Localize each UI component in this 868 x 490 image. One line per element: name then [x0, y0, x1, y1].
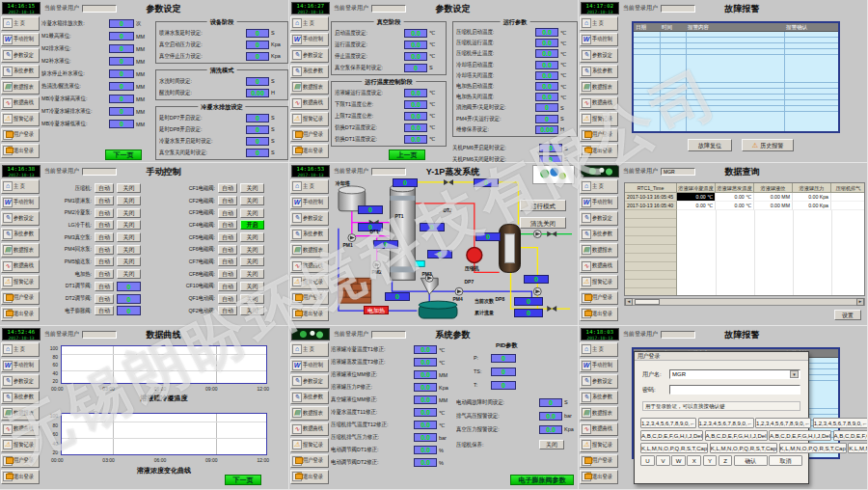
state-button[interactable]: 关闭	[117, 257, 141, 266]
sidebar-item[interactable]: 退出登录	[580, 470, 618, 484]
cancel-button[interactable]: 取消	[769, 455, 802, 466]
state-button[interactable]: 关闭	[117, 208, 141, 218]
auto-button[interactable]: 自动	[95, 208, 114, 218]
keyboard-key[interactable]: X	[687, 455, 701, 466]
value-input[interactable]: 0	[491, 368, 516, 376]
auto-button[interactable]: 自动	[95, 183, 114, 193]
value-input[interactable]: 0.00	[246, 89, 269, 97]
state-button[interactable]: 关闭	[240, 245, 264, 255]
sidebar-item[interactable]: ✎ 参数设定	[580, 374, 618, 389]
state-button[interactable]: 关闭	[240, 306, 264, 315]
value-input[interactable]: 0	[109, 57, 134, 66]
sidebar-item[interactable]: ▤ 数据报表	[1, 80, 40, 95]
keyboard-key[interactable]: A,B,C,D,E,F,G,H,I,J,Del	[769, 430, 831, 441]
sidebar-item[interactable]: 退出登录	[580, 307, 618, 321]
keyboard-key[interactable]: W	[671, 455, 686, 466]
auto-button[interactable]: 自动	[218, 294, 237, 304]
value-input[interactable]: 0	[109, 69, 134, 78]
table-row[interactable]: 2017-10-13 16:05:40 0.00 ℃ 0.00 ℃ 0.00 M…	[625, 202, 864, 210]
sidebar-item[interactable]: ✎ 系统参数	[580, 65, 618, 79]
scroll-right-arrow[interactable]: ►	[856, 298, 864, 306]
state-button[interactable]: 关闭	[117, 183, 141, 193]
value-input[interactable]: 0	[539, 144, 562, 152]
auto-button[interactable]: 自动	[218, 257, 237, 266]
auto-button[interactable]: 自动	[95, 232, 114, 242]
value-input[interactable]: 0	[109, 107, 134, 116]
keyboard-key[interactable]: A,B,C,D,E,F,G,H,I,J,Del	[640, 430, 703, 441]
state-button[interactable]: 关闭	[117, 245, 141, 255]
state-button[interactable]: 关闭	[117, 232, 141, 242]
state-button[interactable]: 关闭	[240, 196, 264, 205]
value-input[interactable]: 0.0	[414, 433, 437, 442]
sidebar-item[interactable]: W 手动控制	[1, 33, 40, 47]
keyboard-key[interactable]: 1,2,3,4,5,6,7,8,9,0,←	[698, 418, 754, 428]
value-input[interactable]: 0.0	[535, 39, 558, 47]
next-page-button[interactable]: 下一页	[225, 475, 261, 485]
sidebar-item[interactable]: ⚠ 报警记录	[1, 438, 40, 452]
value-input[interactable]: 0.0	[404, 100, 427, 109]
value-input[interactable]: 0.0	[404, 29, 427, 38]
sidebar-item[interactable]: ✎ 参数设定	[1, 48, 40, 63]
clean-mode-button[interactable]: 清洗关闭	[520, 217, 566, 229]
sidebar-item[interactable]: ✎ 参数设定	[580, 48, 618, 63]
value-input[interactable]: 0.0	[535, 61, 558, 69]
sidebar-item[interactable]: 用户登录	[1, 291, 40, 306]
value-input[interactable]: 0	[109, 82, 134, 91]
keyboard-key[interactable]: 1,2,3,4,5,6,7,8,9,0,←	[640, 418, 696, 428]
sidebar-item[interactable]: 用户登录	[290, 454, 329, 469]
state-button[interactable]: 关闭	[240, 257, 264, 266]
value-input[interactable]: 0.0	[414, 446, 437, 454]
auto-button[interactable]: 自动	[218, 183, 237, 193]
state-button[interactable]: 开启	[240, 220, 264, 230]
sidebar-item[interactable]: ⌂ 主 页	[1, 342, 40, 357]
value-input[interactable]: 0	[246, 52, 269, 61]
password-input[interactable]	[669, 385, 800, 395]
sidebar-item[interactable]: ⚠ 报警记录	[1, 275, 40, 289]
keyboard-key[interactable]: Z	[719, 455, 733, 466]
value-input[interactable]: 0	[109, 120, 134, 128]
value-input[interactable]: 0.0	[414, 383, 437, 392]
value-input[interactable]: 0.0	[404, 135, 427, 144]
value-input[interactable]: 0.0	[535, 71, 558, 80]
sidebar-item[interactable]: 退出登录	[1, 307, 40, 321]
keyboard-key[interactable]: K,L,M,N,O,P,Q,R,S,T,Cap	[710, 443, 777, 453]
value-input[interactable]: 0	[246, 149, 269, 157]
value-input[interactable]: 0.0	[535, 49, 558, 58]
sidebar-item[interactable]: ▤ 数据报表	[580, 243, 618, 258]
prev-page-button[interactable]: 上一页	[389, 150, 425, 160]
sidebar-item[interactable]: ⌂ 主 页	[580, 16, 618, 31]
sidebar-item[interactable]: W 手动控制	[290, 196, 329, 210]
value-input[interactable]: 0	[246, 114, 269, 122]
value-input[interactable]: 0	[246, 77, 269, 86]
state-button[interactable]: 关闭	[240, 208, 264, 218]
state-button[interactable]: 关闭	[117, 269, 141, 279]
sidebar-item[interactable]: ✎ 系统参数	[580, 391, 618, 405]
value-input[interactable]: 0	[539, 398, 562, 407]
value-input[interactable]: 0.0	[404, 41, 427, 49]
sidebar-item[interactable]: ▤ 数据报表	[580, 80, 618, 95]
auto-button[interactable]: 自动	[218, 269, 237, 279]
sidebar-item[interactable]: ✎ 系统参数	[580, 228, 618, 242]
sidebar-item[interactable]: 用户登录	[580, 454, 618, 469]
sidebar-item[interactable]: ⚠ 报警记录	[290, 275, 329, 289]
history-alarm-button[interactable]: ⚠ 历史报警	[742, 139, 794, 151]
sidebar-item[interactable]: 用户登录	[290, 291, 329, 306]
table-row[interactable]: 2017-10-13 16:05:45 0.00 ℃ 0.00 ℃ 0.00 M…	[625, 193, 864, 202]
run-mode-button[interactable]: 运行模式	[520, 200, 566, 211]
value-input[interactable]: 0.0	[539, 412, 562, 421]
value-input[interactable]: 0	[246, 29, 269, 38]
keyboard-key[interactable]: Y	[703, 455, 718, 466]
auto-button[interactable]: 自动	[95, 269, 114, 279]
sidebar-item[interactable]: ✎ 参数设定	[290, 48, 329, 63]
value-input[interactable]: 0.0	[414, 370, 437, 379]
sidebar-item[interactable]: ▤ 数据报表	[290, 243, 329, 258]
sidebar-item[interactable]: ⌂ 主 页	[290, 16, 329, 31]
sidebar-item[interactable]: ▤ 数据报表	[1, 243, 40, 258]
sidebar-item[interactable]: W 手动控制	[580, 33, 618, 47]
sidebar-item[interactable]: ✎ 系统参数	[1, 65, 40, 79]
horizontal-scrollbar[interactable]: ◄ ►	[624, 298, 865, 306]
sidebar-item[interactable]: 退出登录	[290, 307, 329, 321]
auto-button[interactable]: 自动	[218, 232, 237, 242]
value-input[interactable]: 0	[109, 95, 134, 103]
sidebar-item[interactable]: 退出登录	[580, 144, 618, 158]
